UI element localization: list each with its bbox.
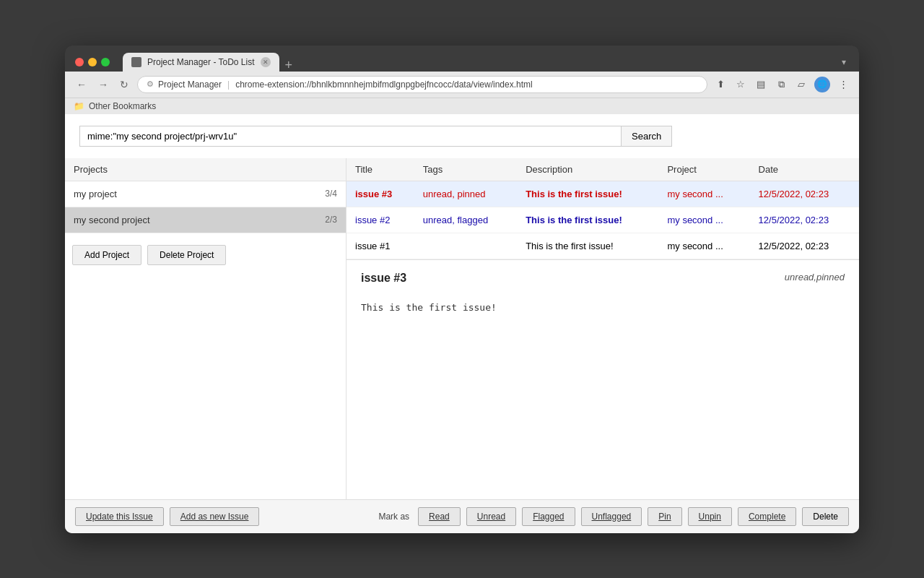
browser-tab[interactable]: Project Manager - ToDo List ✕ — [123, 53, 279, 72]
project-name-1: my project — [74, 189, 117, 199]
address-bar: ⚙ Project Manager | chrome-extension://b… — [137, 76, 707, 93]
delete-project-button[interactable]: Delete Project — [147, 245, 226, 265]
issue-title-1: issue #3 — [355, 189, 392, 199]
bottom-bar: Update this Issue Add as new Issue Mark … — [65, 499, 859, 533]
mark-read-button[interactable]: Read — [418, 507, 461, 526]
add-project-button[interactable]: Add Project — [72, 245, 141, 265]
project-item-1[interactable]: my project 3/4 — [65, 181, 346, 207]
tab-title: Project Manager - ToDo List — [147, 57, 255, 67]
issue-title-3: issue #1 — [355, 241, 390, 251]
search-input[interactable] — [79, 126, 621, 147]
tab-close-button[interactable]: ✕ — [261, 57, 271, 67]
content-area: Title Tags Description Project Date issu… — [346, 158, 859, 499]
issue-detail-tags: unread,pinned — [785, 272, 845, 282]
projects-sidebar: Projects my project 3/4 my second projec… — [65, 158, 346, 499]
mark-unpin-button[interactable]: Unpin — [688, 507, 732, 526]
tab-favicon — [131, 57, 141, 67]
menu-icon[interactable]: ⋮ — [836, 77, 850, 92]
delete-button[interactable]: Delete — [802, 507, 849, 526]
issue-title-2: issue #2 — [355, 215, 390, 225]
url-full: chrome-extension://bhnlkbmnnhejmbifmdlgn… — [235, 79, 698, 90]
issue-tags-1: unread, pinned — [423, 189, 486, 199]
url-site: Project Manager — [158, 79, 222, 90]
mark-flagged-button[interactable]: Flagged — [522, 507, 575, 526]
update-issue-button[interactable]: Update this Issue — [75, 507, 164, 526]
search-area: Search — [65, 114, 859, 158]
sidebar-header: Projects — [65, 158, 346, 181]
issue-project-1: my second ... — [667, 189, 723, 199]
issues-table: Title Tags Description Project Date issu… — [346, 158, 859, 259]
tab-menu-button[interactable]: ▾ — [839, 57, 849, 67]
bookmarks-folder-label[interactable]: Other Bookmarks — [89, 101, 156, 111]
table-row[interactable]: issue #2 unread, flagged This is the fir… — [346, 207, 859, 233]
bookmarks-folder-icon: 📁 — [74, 101, 84, 111]
back-button[interactable]: ← — [74, 77, 90, 92]
profile-icon[interactable]: 🌐 — [814, 77, 830, 92]
share-icon[interactable]: ⬆ — [713, 77, 728, 92]
issue-tags-2: unread, flagged — [423, 215, 488, 225]
search-button[interactable]: Search — [621, 126, 672, 147]
issue-date-1: 12/5/2022, 02:23 — [759, 189, 829, 199]
close-button[interactable] — [75, 58, 84, 66]
table-row[interactable]: issue #3 unread, pinned This is the firs… — [346, 181, 859, 207]
issue-desc-2: This is the first issue! — [526, 215, 622, 225]
reader-icon[interactable]: ▤ — [754, 77, 768, 92]
bookmarks-bar: 📁 Other Bookmarks — [65, 98, 859, 114]
col-tags: Tags — [414, 158, 517, 181]
reload-button[interactable]: ↻ — [117, 77, 131, 92]
issue-date-3: 12/5/2022, 02:23 — [759, 241, 829, 251]
bookmark-icon[interactable]: ☆ — [733, 77, 748, 92]
maximize-button[interactable] — [101, 58, 110, 66]
mark-unread-button[interactable]: Unread — [466, 507, 516, 526]
col-description: Description — [517, 158, 658, 181]
project-count-1: 3/4 — [325, 189, 337, 199]
forward-button[interactable]: → — [95, 77, 111, 92]
sidebar-buttons: Add Project Delete Project — [65, 233, 346, 277]
issue-desc-3: This is the first issue! — [526, 241, 613, 251]
issue-date-2: 12/5/2022, 02:23 — [759, 215, 829, 225]
issue-project-2: my second ... — [667, 215, 723, 225]
col-project: Project — [658, 158, 749, 181]
issue-detail: issue #3 unread,pinned This is the first… — [346, 259, 859, 499]
issue-detail-title: issue #3 — [361, 272, 406, 285]
sidebar-icon[interactable]: ▱ — [794, 77, 808, 92]
col-title: Title — [346, 158, 414, 181]
issue-detail-body: This is the first issue! — [361, 296, 845, 319]
project-name-2: my second project — [74, 215, 150, 225]
minimize-button[interactable] — [88, 58, 97, 66]
new-tab-button[interactable]: + — [279, 59, 299, 72]
mark-pin-button[interactable]: Pin — [648, 507, 681, 526]
mark-unflagged-button[interactable]: Unflagged — [581, 507, 642, 526]
project-count-2: 2/3 — [325, 215, 337, 225]
extensions-icon[interactable]: ⧉ — [774, 77, 788, 92]
issue-desc-1: This is the first issue! — [526, 189, 622, 199]
add-new-issue-button[interactable]: Add as new Issue — [170, 507, 260, 526]
issue-project-3: my second ... — [667, 241, 723, 251]
mark-as-label: Mark as — [378, 512, 409, 522]
table-row[interactable]: issue #1 This is the first issue! my sec… — [346, 233, 859, 259]
project-item-2[interactable]: my second project 2/3 — [65, 207, 346, 233]
col-date: Date — [750, 158, 859, 181]
mark-complete-button[interactable]: Complete — [738, 507, 796, 526]
